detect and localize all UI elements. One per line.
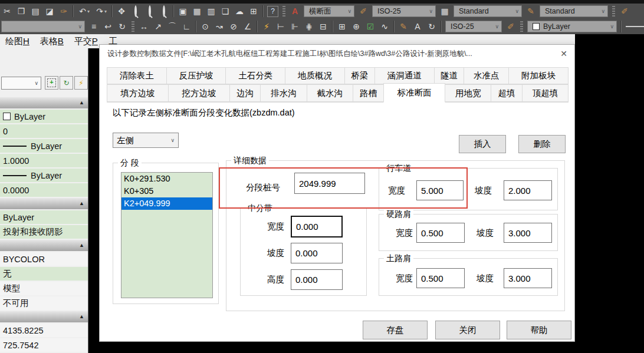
designcenter-icon[interactable]: ▦ <box>190 5 204 18</box>
arc-length-dimension-icon[interactable]: ⌒ <box>165 20 179 33</box>
dimension-break-icon[interactable]: ⊟ <box>316 20 330 33</box>
layer-update-icon[interactable]: ↻ <box>115 20 129 33</box>
pickadd-toggle-button[interactable]: + <box>45 76 58 90</box>
cut-icon[interactable]: ✂ <box>0 5 14 18</box>
tab-附加板块[interactable]: 附加板块 <box>508 67 569 84</box>
linear-dimension-icon[interactable]: ↔ <box>137 20 151 33</box>
tab-隧道[interactable]: 隧道 <box>434 67 465 84</box>
quick-dimension-icon[interactable]: ⚡ <box>259 20 274 33</box>
tab-标准断面[interactable]: 标准断面 <box>383 83 445 103</box>
dim-style-select-top[interactable]: ISO-25 ∨ <box>372 5 436 17</box>
center-mark-icon[interactable]: ⊕ <box>349 20 363 33</box>
segment-list-item[interactable]: K0+291.530 <box>121 173 212 185</box>
copy-icon[interactable]: ❐ <box>14 5 28 18</box>
baseline-dimension-icon[interactable]: ⊩ <box>288 20 302 33</box>
dialog-title-bar[interactable]: 设计参数控制数据文件[F:\岷江老木孔航电枢纽工程筹建工程施工I标\图纸自绘\3… <box>100 45 574 62</box>
hard-shoulder-slope-input[interactable] <box>504 223 552 243</box>
collapse-arrow-icon[interactable]: ▲ <box>79 242 84 248</box>
jogged-linear-icon[interactable]: ∿ <box>377 20 392 33</box>
layer-previous-icon[interactable]: ↩ <box>101 20 115 33</box>
table-style-select[interactable]: Standard ∨ <box>454 5 522 17</box>
side-select[interactable]: 左侧 ∨ <box>113 133 179 148</box>
redo-dropdown-caret-icon[interactable]: ▾ <box>104 9 110 14</box>
markup-set-manager-icon[interactable]: ☁ <box>232 5 247 18</box>
property-value-cell[interactable]: 0 <box>0 124 88 138</box>
tab-边沟[interactable]: 边沟 <box>229 84 261 102</box>
inspection-dimension-icon[interactable]: ☑ <box>363 20 377 33</box>
zoom-previous-icon[interactable] <box>157 5 171 18</box>
property-value-cell[interactable]: ByLayer <box>0 110 88 123</box>
dimension-update-icon[interactable]: ↻ <box>425 20 439 33</box>
dim-style-edit-icon[interactable]: ✐ <box>356 5 370 18</box>
quickcalc-icon[interactable]: ⊞ <box>247 5 261 18</box>
segment-list-item[interactable]: K0+305 <box>121 185 212 197</box>
tool-palettes-icon[interactable]: ▥ <box>204 5 218 18</box>
continue-dimension-icon[interactable]: ⊢ <box>274 20 288 33</box>
collapse-arrow-icon[interactable]: ▲ <box>79 100 84 105</box>
jogged-dimension-icon[interactable]: ↝ <box>212 20 226 33</box>
tab-水准点[interactable]: 水准点 <box>464 67 509 84</box>
collapse-arrow-icon[interactable]: ▲ <box>79 200 84 206</box>
toolbar-grip[interactable] <box>520 21 523 32</box>
tab-填方边坡[interactable]: 填方边坡 <box>107 84 169 102</box>
collapse-arrow-icon[interactable]: ▲ <box>79 314 84 319</box>
tab-用地宽[interactable]: 用地宽 <box>445 84 491 102</box>
property-value-cell[interactable]: 0.0000 <box>0 183 88 197</box>
paste-icon[interactable]: ▤ <box>28 5 42 18</box>
property-value-cell[interactable]: 725.7542 <box>0 338 88 352</box>
soft-shoulder-width-input[interactable] <box>416 268 465 288</box>
tab-桥梁[interactable]: 桥梁 <box>344 67 375 84</box>
tab-土石分类[interactable]: 土石分类 <box>225 67 285 84</box>
station-input[interactable] <box>294 173 365 194</box>
dimension-edit-icon[interactable]: ✎ <box>396 20 410 33</box>
annotation-style-icon[interactable]: A <box>288 5 302 18</box>
help-button[interactable]: 帮助 <box>507 321 571 339</box>
toolbar-grip[interactable] <box>612 6 615 17</box>
tab-反压护坡[interactable]: 反压护坡 <box>166 67 226 84</box>
median-height-input[interactable] <box>291 269 343 290</box>
property-value-cell[interactable]: 模型 <box>0 282 88 295</box>
save-button[interactable]: 存盘 <box>363 321 428 339</box>
text-style-brush-icon[interactable]: ✎ <box>524 5 538 18</box>
zoom-window-icon[interactable] <box>143 5 157 18</box>
tab-顶超填[interactable]: 顶超填 <box>522 84 569 102</box>
property-value-cell[interactable]: ByLayer <box>0 210 88 224</box>
property-value-cell[interactable]: 4135.8225 <box>0 324 88 337</box>
object-color-select[interactable]: ByLayer ∨ <box>527 21 617 32</box>
dimension-space-icon[interactable]: ⋕ <box>302 20 316 33</box>
menu-item-H[interactable]: 绘图H <box>0 36 35 47</box>
segment-listbox[interactable]: K0+291.530K0+305K2+049.999 <box>121 172 213 298</box>
aligned-dimension-icon[interactable]: ↗ <box>151 20 165 33</box>
soft-shoulder-slope-input[interactable] <box>504 268 552 288</box>
pan-icon[interactable]: ✥ <box>114 5 129 18</box>
tab-排水沟[interactable]: 排水沟 <box>260 84 307 102</box>
close-icon[interactable]: ✕ <box>553 46 574 61</box>
layer-properties-manager-icon[interactable]: ≡ <box>87 20 101 33</box>
property-value-cell[interactable]: BYCOLOR <box>0 252 88 266</box>
property-value-cell[interactable]: 无 <box>0 267 88 281</box>
dim-style-apply-icon[interactable]: ✐ <box>504 20 518 33</box>
table-style-icon[interactable]: ▦ <box>438 5 452 18</box>
segment-list-item[interactable]: K2+049.999 <box>121 197 212 210</box>
layer-filter-select[interactable]: ∨ <box>1 21 85 32</box>
radius-dimension-icon[interactable]: ⊙ <box>198 20 212 33</box>
lane-width-input[interactable] <box>416 180 464 200</box>
style-apply-icon[interactable]: ✐ <box>617 5 632 18</box>
tab-截水沟[interactable]: 截水沟 <box>307 84 353 102</box>
tab-挖方边坡[interactable]: 挖方边坡 <box>168 84 230 102</box>
toolbar-grip[interactable] <box>132 21 134 32</box>
select-objects-button[interactable]: ↻ <box>60 76 73 90</box>
lane-slope-input[interactable] <box>504 180 552 200</box>
zoom-realtime-icon[interactable] <box>129 5 143 18</box>
dim-style-select-bottom[interactable]: ISO-25 ∨ <box>445 21 502 32</box>
help-icon[interactable]: ? <box>267 6 278 17</box>
close-button[interactable]: 关闭 <box>435 321 500 339</box>
cross-section-style-select[interactable]: 横断面 ∨ <box>304 5 354 17</box>
tab-清除表土[interactable]: 清除表土 <box>107 67 167 84</box>
ordinate-dimension-icon[interactable]: ∟ <box>179 20 193 33</box>
linetype-preview[interactable] <box>626 26 644 27</box>
text-style-select[interactable]: Standard ∨ <box>540 5 608 17</box>
undo-dropdown-caret-icon[interactable]: ▾ <box>87 9 93 14</box>
paste-block-icon[interactable]: ◪ <box>42 5 57 18</box>
menu-item-B[interactable]: 表格B <box>35 36 69 47</box>
